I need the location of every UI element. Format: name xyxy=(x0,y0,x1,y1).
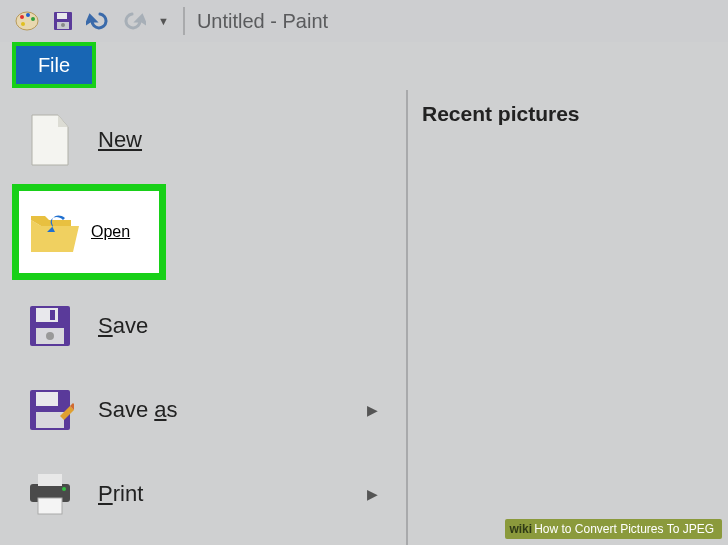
wikihow-watermark: wiki How to Convert Pictures To JPEG xyxy=(505,519,722,539)
menu-item-print[interactable]: Print ▶ xyxy=(0,452,406,536)
svg-point-4 xyxy=(21,22,25,26)
menu-item-open[interactable]: Open xyxy=(19,191,159,273)
svg-rect-19 xyxy=(38,498,62,514)
svg-rect-16 xyxy=(36,412,64,428)
menu-label-save-as: Save as xyxy=(98,397,178,423)
highlight-open-item: Open xyxy=(12,184,166,280)
svg-rect-11 xyxy=(50,310,55,320)
menu-item-save[interactable]: Save xyxy=(0,284,406,368)
svg-rect-18 xyxy=(38,474,62,486)
open-folder-icon xyxy=(27,208,81,256)
undo-icon[interactable] xyxy=(86,10,110,32)
save-icon[interactable] xyxy=(52,10,74,32)
svg-point-3 xyxy=(31,17,35,21)
paint-app-icon[interactable] xyxy=(14,8,40,34)
highlight-file-tab: File xyxy=(12,42,96,88)
file-tab[interactable]: File xyxy=(16,46,92,84)
redo-icon xyxy=(122,10,146,32)
svg-point-2 xyxy=(26,13,30,17)
file-menu: New Open xyxy=(0,90,728,545)
svg-rect-15 xyxy=(36,392,58,406)
quick-access-toolbar: ▼ Untitled - Paint xyxy=(0,0,728,42)
toolbar-separator xyxy=(183,7,185,35)
ribbon-tab-row: File xyxy=(0,42,728,90)
customize-qat-dropdown[interactable]: ▼ xyxy=(158,15,169,27)
recent-panel: Recent pictures xyxy=(408,90,728,545)
new-file-icon xyxy=(20,110,80,170)
svg-point-8 xyxy=(61,23,65,27)
svg-point-1 xyxy=(20,15,24,19)
menu-label-open: Open xyxy=(91,223,130,241)
window-title: Untitled - Paint xyxy=(197,10,328,33)
svg-point-20 xyxy=(62,487,66,491)
svg-point-13 xyxy=(46,332,54,340)
svg-rect-6 xyxy=(57,13,67,19)
menu-label-new: New xyxy=(98,127,142,153)
file-menu-items: New Open xyxy=(0,90,408,545)
menu-label-save: Save xyxy=(98,313,148,339)
save-file-icon xyxy=(20,296,80,356)
menu-item-save-as[interactable]: Save as ▶ xyxy=(0,368,406,452)
recent-pictures-header: Recent pictures xyxy=(422,102,728,126)
chevron-right-icon: ▶ xyxy=(367,486,378,502)
watermark-text: How to Convert Pictures To JPEG xyxy=(534,522,714,536)
menu-label-print: Print xyxy=(98,481,143,507)
watermark-brand: wiki xyxy=(509,522,532,536)
chevron-right-icon: ▶ xyxy=(367,402,378,418)
menu-item-new[interactable]: New xyxy=(0,98,406,182)
print-icon xyxy=(20,464,80,524)
save-as-icon xyxy=(20,380,80,440)
